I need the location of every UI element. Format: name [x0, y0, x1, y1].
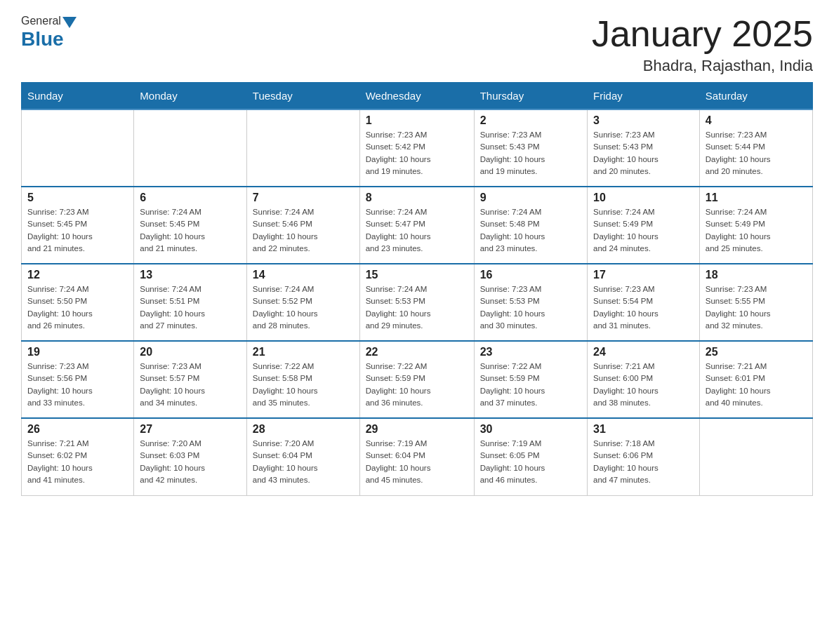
- day-info: Sunrise: 7:24 AMSunset: 5:45 PMDaylight:…: [140, 206, 241, 255]
- calendar-header-sunday: Sunday: [22, 83, 134, 110]
- day-number: 30: [480, 423, 581, 436]
- day-number: 15: [366, 269, 468, 281]
- day-info: Sunrise: 7:23 AMSunset: 5:56 PMDaylight:…: [27, 361, 128, 409]
- calendar-week-2: 5Sunrise: 7:23 AMSunset: 5:45 PMDaylight…: [22, 187, 813, 264]
- calendar-cell: 19Sunrise: 7:23 AMSunset: 5:56 PMDayligh…: [22, 341, 134, 418]
- day-number: 10: [593, 192, 694, 204]
- calendar-cell: 2Sunrise: 7:23 AMSunset: 5:43 PMDaylight…: [474, 109, 587, 187]
- calendar-cell: 12Sunrise: 7:24 AMSunset: 5:50 PMDayligh…: [22, 264, 134, 341]
- logo-arrow-icon: [62, 17, 77, 28]
- calendar-cell: 16Sunrise: 7:23 AMSunset: 5:53 PMDayligh…: [474, 264, 587, 341]
- calendar-week-4: 19Sunrise: 7:23 AMSunset: 5:56 PMDayligh…: [22, 341, 813, 418]
- day-info: Sunrise: 7:24 AMSunset: 5:47 PMDaylight:…: [366, 206, 468, 255]
- day-number: 11: [706, 192, 807, 204]
- day-info: Sunrise: 7:24 AMSunset: 5:50 PMDaylight:…: [27, 283, 128, 332]
- calendar-cell: [246, 109, 359, 187]
- day-info: Sunrise: 7:21 AMSunset: 6:02 PMDaylight:…: [27, 438, 128, 486]
- calendar-cell: 26Sunrise: 7:21 AMSunset: 6:02 PMDayligh…: [22, 418, 134, 495]
- calendar-cell: 18Sunrise: 7:23 AMSunset: 5:55 PMDayligh…: [699, 264, 812, 341]
- calendar-cell: 8Sunrise: 7:24 AMSunset: 5:47 PMDaylight…: [359, 187, 474, 264]
- day-number: 20: [140, 346, 241, 358]
- day-info: Sunrise: 7:23 AMSunset: 5:54 PMDaylight:…: [593, 283, 694, 332]
- day-info: Sunrise: 7:19 AMSunset: 6:04 PMDaylight:…: [366, 438, 468, 486]
- calendar-cell: 4Sunrise: 7:23 AMSunset: 5:44 PMDaylight…: [699, 109, 812, 187]
- calendar-header-friday: Friday: [588, 83, 700, 110]
- day-info: Sunrise: 7:22 AMSunset: 5:59 PMDaylight:…: [480, 361, 581, 409]
- calendar-header-wednesday: Wednesday: [359, 83, 474, 110]
- calendar-cell: [699, 418, 812, 495]
- calendar-cell: 20Sunrise: 7:23 AMSunset: 5:57 PMDayligh…: [134, 341, 247, 418]
- calendar-cell: 11Sunrise: 7:24 AMSunset: 5:49 PMDayligh…: [699, 187, 812, 264]
- calendar-cell: 29Sunrise: 7:19 AMSunset: 6:04 PMDayligh…: [359, 418, 474, 495]
- calendar-header-tuesday: Tuesday: [246, 83, 359, 110]
- location-text: Bhadra, Rajasthan, India: [592, 57, 813, 75]
- day-info: Sunrise: 7:22 AMSunset: 5:58 PMDaylight:…: [253, 361, 354, 409]
- day-info: Sunrise: 7:18 AMSunset: 6:06 PMDaylight:…: [593, 438, 694, 486]
- day-info: Sunrise: 7:20 AMSunset: 6:03 PMDaylight:…: [140, 438, 241, 486]
- day-number: 19: [27, 346, 128, 358]
- calendar-week-5: 26Sunrise: 7:21 AMSunset: 6:02 PMDayligh…: [22, 418, 813, 495]
- day-info: Sunrise: 7:23 AMSunset: 5:44 PMDaylight:…: [706, 129, 807, 177]
- day-info: Sunrise: 7:24 AMSunset: 5:53 PMDaylight:…: [366, 283, 468, 332]
- page-header: General Blue January 2025 Bhadra, Rajast…: [21, 14, 813, 75]
- day-info: Sunrise: 7:24 AMSunset: 5:46 PMDaylight:…: [253, 206, 354, 255]
- calendar-header-thursday: Thursday: [474, 83, 587, 110]
- calendar-cell: [22, 109, 134, 187]
- calendar-cell: 17Sunrise: 7:23 AMSunset: 5:54 PMDayligh…: [588, 264, 700, 341]
- calendar-cell: 13Sunrise: 7:24 AMSunset: 5:51 PMDayligh…: [134, 264, 247, 341]
- title-section: January 2025 Bhadra, Rajasthan, India: [592, 14, 813, 75]
- calendar-cell: 14Sunrise: 7:24 AMSunset: 5:52 PMDayligh…: [246, 264, 359, 341]
- logo-blue-text: Blue: [21, 28, 64, 51]
- day-info: Sunrise: 7:24 AMSunset: 5:51 PMDaylight:…: [140, 283, 241, 332]
- day-info: Sunrise: 7:19 AMSunset: 6:05 PMDaylight:…: [480, 438, 581, 486]
- day-number: 3: [593, 114, 694, 127]
- day-number: 18: [706, 269, 807, 281]
- calendar-cell: 15Sunrise: 7:24 AMSunset: 5:53 PMDayligh…: [359, 264, 474, 341]
- day-number: 8: [366, 192, 468, 204]
- calendar-cell: 5Sunrise: 7:23 AMSunset: 5:45 PMDaylight…: [22, 187, 134, 264]
- calendar-cell: 28Sunrise: 7:20 AMSunset: 6:04 PMDayligh…: [246, 418, 359, 495]
- day-number: 24: [593, 346, 694, 358]
- calendar-header-row: SundayMondayTuesdayWednesdayThursdayFrid…: [22, 83, 813, 110]
- calendar-cell: 30Sunrise: 7:19 AMSunset: 6:05 PMDayligh…: [474, 418, 587, 495]
- day-number: 1: [366, 114, 468, 127]
- day-number: 22: [366, 346, 468, 358]
- day-info: Sunrise: 7:22 AMSunset: 5:59 PMDaylight:…: [366, 361, 468, 409]
- day-info: Sunrise: 7:23 AMSunset: 5:45 PMDaylight:…: [27, 206, 128, 255]
- day-info: Sunrise: 7:23 AMSunset: 5:55 PMDaylight:…: [706, 283, 807, 332]
- calendar-cell: 27Sunrise: 7:20 AMSunset: 6:03 PMDayligh…: [134, 418, 247, 495]
- day-number: 7: [253, 192, 354, 204]
- day-number: 28: [253, 423, 354, 436]
- day-number: 23: [480, 346, 581, 358]
- day-info: Sunrise: 7:24 AMSunset: 5:48 PMDaylight:…: [480, 206, 581, 255]
- calendar-cell: 6Sunrise: 7:24 AMSunset: 5:45 PMDaylight…: [134, 187, 247, 264]
- day-info: Sunrise: 7:23 AMSunset: 5:42 PMDaylight:…: [366, 129, 468, 177]
- calendar-header-monday: Monday: [134, 83, 247, 110]
- day-info: Sunrise: 7:21 AMSunset: 6:00 PMDaylight:…: [593, 361, 694, 409]
- day-number: 26: [27, 423, 128, 436]
- calendar-cell: 3Sunrise: 7:23 AMSunset: 5:43 PMDaylight…: [588, 109, 700, 187]
- calendar-cell: 21Sunrise: 7:22 AMSunset: 5:58 PMDayligh…: [246, 341, 359, 418]
- calendar-cell: 25Sunrise: 7:21 AMSunset: 6:01 PMDayligh…: [699, 341, 812, 418]
- day-number: 9: [480, 192, 581, 204]
- day-number: 14: [253, 269, 354, 281]
- day-number: 2: [480, 114, 581, 127]
- day-number: 4: [706, 114, 807, 127]
- calendar-cell: 24Sunrise: 7:21 AMSunset: 6:00 PMDayligh…: [588, 341, 700, 418]
- day-info: Sunrise: 7:21 AMSunset: 6:01 PMDaylight:…: [706, 361, 807, 409]
- calendar-week-1: 1Sunrise: 7:23 AMSunset: 5:42 PMDaylight…: [22, 109, 813, 187]
- day-number: 17: [593, 269, 694, 281]
- day-number: 27: [140, 423, 241, 436]
- calendar-cell: 23Sunrise: 7:22 AMSunset: 5:59 PMDayligh…: [474, 341, 587, 418]
- day-number: 21: [253, 346, 354, 358]
- day-number: 6: [140, 192, 241, 204]
- calendar-header-saturday: Saturday: [699, 83, 812, 110]
- day-info: Sunrise: 7:23 AMSunset: 5:57 PMDaylight:…: [140, 361, 241, 409]
- logo-general-text: General: [21, 15, 61, 27]
- day-number: 5: [27, 192, 128, 204]
- day-info: Sunrise: 7:24 AMSunset: 5:52 PMDaylight:…: [253, 283, 354, 332]
- day-info: Sunrise: 7:23 AMSunset: 5:43 PMDaylight:…: [480, 129, 581, 177]
- calendar-cell: 9Sunrise: 7:24 AMSunset: 5:48 PMDaylight…: [474, 187, 587, 264]
- day-number: 13: [140, 269, 241, 281]
- calendar-cell: 31Sunrise: 7:18 AMSunset: 6:06 PMDayligh…: [588, 418, 700, 495]
